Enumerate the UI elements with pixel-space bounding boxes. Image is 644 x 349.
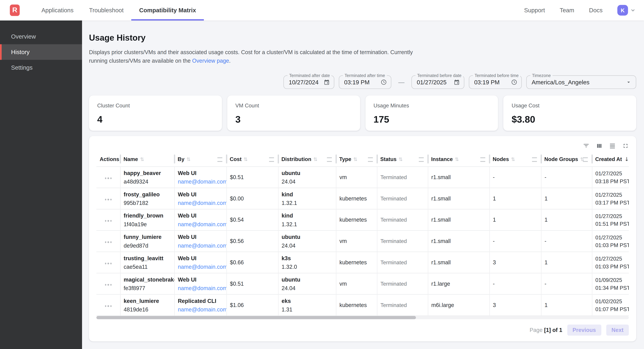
sidebar-item-overview[interactable]: Overview — [0, 29, 82, 44]
sort-icon[interactable]: ⇅ — [244, 156, 248, 162]
column-header-name[interactable]: Name⇅ — [120, 152, 174, 167]
nodes-value: - — [493, 238, 495, 244]
sidebar-item-history[interactable]: History — [0, 44, 82, 60]
column-header-cost[interactable]: Cost⇅ — [226, 152, 278, 167]
clock-icon[interactable] — [380, 79, 387, 85]
previous-page-button[interactable]: Previous — [567, 325, 601, 336]
cluster-id: 4819de16 — [124, 306, 171, 313]
cluster-id: 1f40a19e — [124, 221, 171, 227]
sort-icon[interactable]: ⇅ — [313, 156, 318, 162]
nav-link-support[interactable]: Support — [524, 7, 545, 13]
filter-icon[interactable] — [583, 143, 589, 149]
distribution-name: kind — [282, 191, 332, 197]
column-drag-handle[interactable] — [532, 157, 537, 162]
column-header-by[interactable]: By⇅ — [174, 152, 226, 167]
instance-value: r1.small — [432, 217, 451, 223]
terminated-before-date-field[interactable]: Terminated before date 01/27/2025 — [412, 75, 464, 89]
sort-icon[interactable]: ⇅ — [186, 156, 190, 162]
type-value: kubernetes — [340, 302, 367, 308]
distribution-name: kind — [282, 212, 332, 219]
overview-page-link[interactable]: Overview page — [192, 58, 229, 64]
nav-tab-compatibility-matrix[interactable]: Compatibility Matrix — [132, 0, 204, 20]
row-actions-button[interactable] — [103, 218, 113, 223]
column-drag-handle[interactable] — [218, 157, 222, 162]
table-toolbar — [96, 141, 629, 151]
column-drag-handle[interactable] — [419, 157, 424, 162]
column-header-nodes[interactable]: Nodes⇅ — [489, 152, 541, 167]
column-drag-handle[interactable] — [480, 157, 485, 162]
column-header-distribution[interactable]: Distribution⇅ — [278, 152, 336, 167]
column-header-instance[interactable]: Instance⇅ — [428, 152, 489, 167]
sort-icon[interactable]: ⇅ — [353, 156, 358, 162]
created-date: 01/27/2025 — [596, 255, 626, 263]
cluster-id: cae5ea11 — [124, 264, 171, 270]
sort-icon[interactable]: ⇅ — [140, 156, 144, 162]
nav-tab-applications[interactable]: Applications — [34, 0, 81, 20]
usage-history-table: Actions Name⇅ By⇅ Cost⇅ Distribution⇅ Ty… — [96, 152, 629, 316]
created-by-email-link[interactable]: name@domain.com — [178, 243, 223, 249]
calendar-icon[interactable] — [454, 79, 460, 85]
sort-icon[interactable]: ⇅ — [398, 156, 403, 162]
nav-link-docs[interactable]: Docs — [589, 7, 602, 13]
replicated-logo-icon[interactable]: R — [10, 4, 20, 16]
created-by-email-link[interactable]: name@domain.com — [178, 178, 223, 185]
terminated-before-time-field[interactable]: Terminated before time 03:19 PM — [469, 75, 522, 89]
row-actions-button[interactable] — [103, 261, 113, 266]
page-description-line2: clusters/VMs are available on the — [109, 58, 192, 64]
account-menu[interactable]: K — [617, 5, 636, 15]
column-drag-handle[interactable] — [583, 157, 588, 162]
clock-icon[interactable] — [511, 79, 517, 85]
nav-tab-troubleshoot[interactable]: Troubleshoot — [81, 0, 132, 20]
created-by-source: Replicated CLI — [178, 298, 223, 304]
nodes-value: 3 — [493, 259, 496, 266]
row-actions-button[interactable] — [103, 240, 113, 245]
created-time: 01:34 PM PST — [596, 284, 626, 292]
density-icon[interactable] — [609, 143, 616, 149]
fullscreen-icon[interactable] — [622, 143, 629, 149]
row-actions-button[interactable] — [103, 304, 113, 308]
row-actions-button[interactable] — [103, 176, 113, 181]
cost-value: $1.06 — [230, 302, 244, 308]
column-drag-handle[interactable] — [368, 157, 373, 162]
sort-icon[interactable]: ⇅ — [455, 156, 459, 162]
cluster-id: a48d9324 — [124, 178, 171, 185]
created-time: 01:07 PM PST — [596, 305, 626, 313]
horizontal-scrollbar[interactable] — [96, 316, 629, 319]
sidebar-item-settings[interactable]: Settings — [0, 60, 82, 75]
created-by-email-link[interactable]: name@domain.com — [178, 264, 223, 270]
stat-card-usage-cost: Usage Cost $3.80 — [503, 95, 636, 131]
row-actions-button[interactable] — [103, 282, 113, 287]
timezone-select[interactable]: Timezone America/Los_Angeles — [526, 75, 636, 89]
type-value: kubernetes — [340, 259, 367, 266]
sort-descending-icon[interactable]: ↓ — [624, 156, 629, 162]
usage-table-card: Actions Name⇅ By⇅ Cost⇅ Distribution⇅ Ty… — [89, 136, 636, 341]
column-drag-handle[interactable] — [269, 157, 274, 162]
row-actions-button[interactable] — [103, 197, 113, 202]
scrollbar-thumb[interactable] — [96, 316, 416, 319]
cluster-name: funny_lumiere — [124, 234, 171, 240]
avatar[interactable]: K — [617, 5, 628, 15]
created-by-email-link[interactable]: name@domain.com — [178, 285, 223, 291]
calendar-icon[interactable] — [324, 79, 330, 85]
columns-icon[interactable] — [596, 143, 602, 149]
distribution-name: k3s — [282, 255, 332, 261]
nav-link-team[interactable]: Team — [560, 7, 574, 13]
created-by-source: Web UI — [178, 255, 223, 261]
terminated-after-date-field[interactable]: Terminated after date 10/27/2024 — [283, 75, 334, 89]
column-header-node-groups[interactable]: Node Groups⇅ — [541, 152, 592, 167]
column-drag-handle[interactable] — [327, 157, 332, 162]
instance-value: r1.large — [432, 281, 450, 287]
main-content: Usage History Displays prior clusters/VM… — [82, 20, 644, 349]
next-page-button[interactable]: Next — [606, 325, 629, 336]
node-groups-value: 1 — [544, 196, 548, 202]
created-by-email-link[interactable]: name@domain.com — [178, 200, 223, 206]
created-date: 01/09/2025 — [596, 276, 626, 284]
column-header-created-at[interactable]: Created At↓ — [592, 152, 629, 167]
column-header-type[interactable]: Type⇅ — [336, 152, 377, 167]
sort-icon[interactable]: ⇅ — [511, 156, 515, 162]
created-by-email-link[interactable]: name@domain.com — [178, 306, 223, 313]
created-by-email-link[interactable]: name@domain.com — [178, 221, 223, 227]
node-groups-value: 1 — [544, 259, 548, 266]
terminated-after-time-field[interactable]: Terminated after time 03:19 PM — [339, 75, 391, 89]
column-header-status[interactable]: Status⇅ — [377, 152, 428, 167]
